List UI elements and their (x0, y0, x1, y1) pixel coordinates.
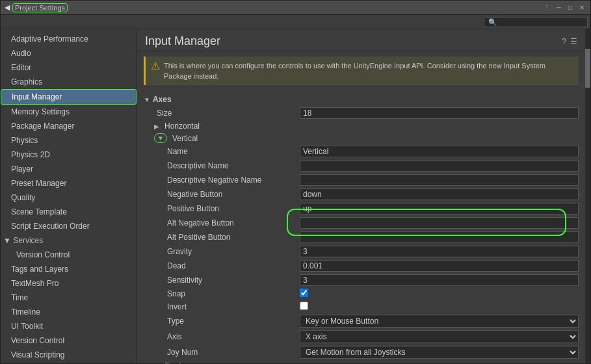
minimize-button[interactable]: ─ (554, 3, 563, 12)
sidebar-item-script-execution[interactable]: Script Execution Order (1, 219, 137, 233)
prop-axis-select[interactable]: X axis Y axis 3rd axis (300, 330, 579, 343)
prop-desc-neg-input[interactable] (300, 174, 579, 186)
prop-invert-checkbox[interactable] (300, 302, 308, 310)
prop-desc-name-label: Descriptive Name (144, 161, 300, 170)
panel-icons: ? ☰ (562, 37, 577, 46)
project-settings-window: ◀ Project Settings ⋮ ─ □ ✕ Adaptive Perf… (0, 0, 591, 364)
sidebar-item-ui-toolkit[interactable]: UI Toolkit (1, 319, 137, 333)
vertical-section-container: ▼ Vertical Name Des (144, 132, 579, 360)
horizontal-label: Horizontal (164, 122, 200, 131)
prop-type-select[interactable]: Key or Mouse Button Mouse Movement Joyst… (300, 315, 579, 328)
fire1-arrow-icon: ▶ (154, 363, 159, 364)
prop-name-label: Name (144, 147, 300, 156)
sidebar-item-physics[interactable]: Physics (1, 133, 137, 148)
prop-alt-pos-btn-label: Alt Positive Button (144, 233, 300, 242)
fire1-label: Fire1 (164, 361, 182, 363)
search-input[interactable] (484, 17, 588, 27)
sidebar-item-time[interactable]: Time (1, 291, 137, 305)
panel-header: Input Manager ? ☰ (137, 29, 585, 51)
sidebar-item-package-manager[interactable]: Package Manager (1, 119, 137, 133)
sidebar-item-input-manager[interactable]: Input Manager (1, 89, 137, 105)
prop-gravity-label: Gravity (144, 247, 300, 256)
prop-alt-pos-btn-input[interactable] (300, 231, 579, 243)
sidebar-label-editor: Editor (11, 63, 31, 72)
sidebar-item-preset-manager[interactable]: Preset Manager (1, 176, 137, 190)
prop-neg-btn-input[interactable] (300, 188, 579, 200)
size-input[interactable] (300, 107, 579, 119)
axes-label: Axes (153, 95, 172, 104)
axes-section: ▼ Axes Size ▶ Horizontal (137, 90, 585, 363)
prop-joy-num-select[interactable]: Get Motion from all Joysticks Joystick 1 (300, 346, 579, 359)
prop-dead-label: Dead (144, 261, 300, 270)
sidebar-label-audio: Audio (11, 49, 31, 58)
sidebar-item-audio[interactable]: Audio (1, 46, 137, 60)
main-panel-wrapper: Input Manager ? ☰ ⚠ This is where you ca… (137, 29, 590, 363)
scrollbar-thumb[interactable] (585, 49, 590, 88)
fire1-header[interactable]: ▶ Fire1 (144, 360, 579, 363)
close-button[interactable]: ✕ (577, 3, 586, 12)
help-icon[interactable]: ? (562, 37, 566, 46)
vertical-label: Vertical (172, 134, 198, 143)
prop-neg-btn-label: Negative Button (144, 190, 300, 199)
sidebar-label-physics: Physics (11, 136, 38, 145)
sidebar-item-memory-settings[interactable]: Memory Settings (1, 105, 137, 119)
window-title-label: Project Settings (15, 4, 65, 12)
vertical-arrow-icon: ▼ (154, 133, 167, 143)
sidebar-label-scene: Scene Template (11, 207, 67, 216)
prop-type-label: Type (144, 317, 300, 326)
sidebar-item-textmesh[interactable]: TextMesh Pro (1, 276, 137, 291)
sidebar-item-xr[interactable]: XR Plugin Management (1, 362, 137, 363)
sidebar-label-graphics: Graphics (11, 77, 42, 86)
settings-icon[interactable]: ☰ (570, 37, 577, 46)
sidebar-item-quality[interactable]: Quality (1, 190, 137, 205)
sidebar-item-editor[interactable]: Editor (1, 60, 137, 75)
prop-axis-row: Axis X axis Y axis 3rd axis (144, 329, 579, 344)
prop-gravity-input[interactable] (300, 246, 579, 257)
prop-joy-num-row: Joy Num Get Motion from all Joysticks Jo… (144, 344, 579, 360)
prop-neg-btn-row: Negative Button (144, 187, 579, 202)
prop-dead-input[interactable] (300, 260, 579, 272)
sidebar-label-timeline: Timeline (11, 307, 40, 317)
horizontal-arrow-icon: ▶ (154, 123, 159, 130)
prop-alt-neg-btn-row: Alt Negative Button (144, 216, 579, 230)
sidebar-label-version-control: Version Control (16, 250, 70, 259)
prop-invert-label: Invert (144, 302, 300, 311)
prop-invert-row: Invert (144, 300, 579, 313)
more-button[interactable]: ⋮ (542, 3, 551, 12)
maximize-button[interactable]: □ (566, 3, 575, 12)
sidebar: Adaptive Performance Audio Editor Graphi… (1, 29, 137, 363)
warning-text: This is where you can configure the cont… (164, 60, 573, 81)
axes-header[interactable]: ▼ Axes (144, 93, 579, 106)
sidebar-label-visual: Visual Scripting (11, 350, 65, 359)
sidebar-item-physics-2d[interactable]: Physics 2D (1, 148, 137, 162)
sidebar-label-adaptive: Adaptive Performance (11, 34, 88, 44)
prop-alt-pos-btn-row: Alt Positive Button (144, 230, 579, 244)
prop-pos-btn-input[interactable] (300, 203, 579, 214)
sidebar-item-scene-template[interactable]: Scene Template (1, 205, 137, 219)
prop-dead-row: Dead (144, 259, 579, 273)
sidebar-item-timeline[interactable]: Timeline (1, 305, 137, 319)
sidebar-services-header[interactable]: ▼ Services (1, 233, 137, 248)
sidebar-item-version-control2[interactable]: Version Control (1, 333, 137, 348)
toolbar (1, 15, 590, 29)
sidebar-item-visual-scripting[interactable]: Visual Scripting (1, 348, 137, 362)
vertical-header[interactable]: ▼ Vertical (144, 132, 579, 144)
sidebar-item-adaptive-performance[interactable]: Adaptive Performance (1, 32, 137, 46)
prop-sensitivity-label: Sensitivity (144, 276, 300, 285)
sidebar-item-player[interactable]: Player (1, 162, 137, 176)
prop-desc-name-input[interactable] (300, 160, 579, 172)
prop-name-input[interactable] (300, 146, 579, 157)
size-row: Size (144, 106, 579, 120)
window-icon: ◀ (5, 3, 10, 12)
prop-snap-checkbox[interactable] (300, 289, 308, 297)
sidebar-item-graphics[interactable]: Graphics (1, 75, 137, 89)
sidebar-item-tags-layers[interactable]: Tags and Layers (1, 262, 137, 276)
prop-sensitivity-input[interactable] (300, 274, 579, 286)
sidebar-label-ui: UI Toolkit (11, 322, 43, 331)
sidebar-label-preset: Preset Manager (11, 179, 66, 188)
right-scrollbar[interactable] (585, 29, 590, 363)
prop-alt-neg-btn-input[interactable] (300, 217, 579, 229)
prop-name-row: Name (144, 144, 579, 159)
horizontal-header[interactable]: ▶ Horizontal (144, 120, 579, 132)
sidebar-item-version-control[interactable]: Version Control (1, 248, 137, 262)
